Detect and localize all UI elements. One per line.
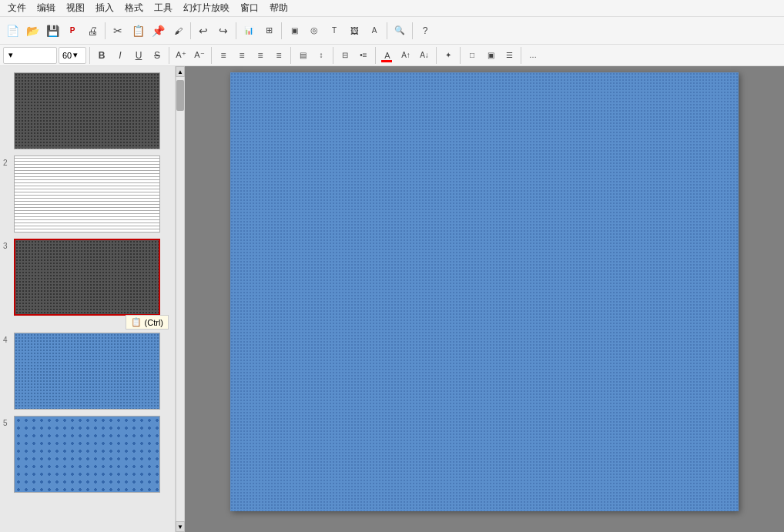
format-bar: ▾ 60 ▾ B I U S A⁺ A⁻ ≡ ≡ ≡ ≡ ▤ ↕ ⊟ •≡ A …: [0, 45, 784, 66]
slide-thumb-wrapper-4: 4: [3, 333, 172, 410]
slide-pattern-3: [15, 240, 159, 314]
sep-fmt9: [521, 47, 521, 64]
slide-thumb-wrapper-5: 5: [3, 416, 172, 493]
decrease-font-btn[interactable]: A↓: [416, 47, 433, 64]
menu-item-view[interactable]: 视图: [62, 0, 89, 16]
slide-number-3: 3: [3, 239, 11, 250]
sep1: [105, 22, 106, 39]
shape-textbox-btn[interactable]: ▣: [285, 21, 303, 41]
scroll-down-btn[interactable]: ▼: [176, 521, 185, 532]
italic-btn[interactable]: I: [112, 47, 129, 64]
slide-canvas[interactable]: [230, 72, 739, 511]
slide-number-5: 5: [3, 416, 11, 427]
menu-item-slideshow[interactable]: 幻灯片放映: [179, 0, 234, 16]
print-preview-btn[interactable]: 🖨: [83, 21, 102, 41]
slide-number-1: [3, 72, 11, 75]
font-name-arrow: ▾: [8, 50, 13, 60]
font-size-arrow: ▾: [73, 50, 78, 60]
list-btn[interactable]: ⊟: [337, 47, 353, 64]
line-color-btn[interactable]: ☰: [501, 47, 518, 64]
justify-btn[interactable]: ≡: [270, 47, 287, 64]
scroll-track: [176, 77, 184, 521]
fill-color-btn[interactable]: ▣: [482, 47, 499, 64]
undo-btn[interactable]: ↩: [194, 21, 213, 41]
increase-font-btn[interactable]: A↑: [397, 47, 414, 64]
ctrl-tooltip-icon: 📋: [131, 317, 142, 327]
redo-btn[interactable]: ↪: [214, 21, 233, 41]
open-btn[interactable]: 📂: [23, 21, 42, 41]
format-painter-btn[interactable]: 🖌: [169, 21, 187, 41]
menu-item-window[interactable]: 窗口: [236, 0, 263, 16]
image-btn[interactable]: 🖼: [345, 21, 364, 41]
menu-bar: 文件 编辑 视图 插入 格式 工具 幻灯片放映 窗口 帮助: [0, 0, 784, 17]
wordart-btn[interactable]: A: [365, 21, 384, 41]
sep6: [412, 22, 413, 39]
font-name-dropdown[interactable]: ▾: [3, 47, 57, 64]
sep-fmt8: [460, 47, 461, 64]
slide-thumb-4[interactable]: [14, 333, 160, 410]
font-size-dropdown[interactable]: 60 ▾: [59, 47, 86, 64]
font-shrink-btn[interactable]: A⁻: [191, 47, 208, 64]
ctrl-tooltip: 📋 (Ctrl): [126, 315, 169, 330]
columns-btn[interactable]: ▤: [294, 47, 311, 64]
textbox-btn[interactable]: T: [325, 21, 343, 41]
help-btn[interactable]: ?: [416, 21, 434, 41]
scroll-up-btn[interactable]: ▲: [176, 66, 185, 77]
panel-scrollbar[interactable]: ▲ ▼: [176, 66, 185, 532]
slide-thumb-1[interactable]: [14, 72, 160, 149]
font-size-value: 60: [62, 51, 72, 60]
cut-btn[interactable]: ✂: [109, 21, 127, 41]
zoom-btn[interactable]: 🔍: [390, 21, 409, 41]
sep-fmt1: [89, 47, 90, 64]
menu-item-insert[interactable]: 插入: [91, 0, 119, 16]
ctrl-tooltip-label: (Ctrl): [145, 318, 163, 327]
copy-btn[interactable]: 📋: [129, 21, 147, 41]
bullet-btn[interactable]: •≡: [355, 47, 372, 64]
slide-thumb-wrapper-3: 3 📋 (Ctrl): [3, 239, 172, 316]
line-spacing-btn[interactable]: ↕: [313, 47, 330, 64]
text-direction-btn[interactable]: ✦: [440, 47, 457, 64]
slide-number-4: 4: [3, 333, 11, 344]
align-right-btn[interactable]: ≡: [252, 47, 269, 64]
toolbar: 📄 📂 💾 P 🖨 ✂ 📋 📌 🖌 ↩ ↪ 📊 ⊞ ▣ ◎ T 🖼 A 🔍 ?: [0, 17, 784, 45]
menu-item-file[interactable]: 文件: [3, 0, 31, 16]
align-center-btn[interactable]: ≡: [233, 47, 250, 64]
sep-fmt7: [436, 47, 437, 64]
sep2: [190, 22, 191, 39]
slide-thumb-wrapper-2: 2: [3, 156, 172, 233]
main-area: 2 3 📋 (Ctrl) 4: [0, 66, 784, 532]
strikethrough-btn[interactable]: S: [149, 47, 166, 64]
menu-item-tools[interactable]: 工具: [149, 0, 177, 16]
slide-pattern-5: [15, 417, 159, 492]
slide-thumb-5[interactable]: [14, 416, 160, 493]
menu-item-format[interactable]: 格式: [120, 0, 148, 16]
slide-thumb-3[interactable]: [14, 239, 160, 316]
draw-border-btn[interactable]: □: [464, 47, 481, 64]
sep5: [387, 22, 387, 39]
more-format-btn[interactable]: …: [524, 47, 541, 64]
sep-fmt4: [290, 47, 291, 64]
menu-item-help[interactable]: 帮助: [265, 0, 293, 16]
menu-item-edit[interactable]: 编辑: [32, 0, 60, 16]
font-grow-btn[interactable]: A⁺: [173, 47, 189, 64]
sep3: [236, 22, 236, 39]
underline-btn[interactable]: U: [130, 47, 147, 64]
slide-number-2: 2: [3, 156, 11, 167]
new-btn[interactable]: 📄: [3, 21, 22, 41]
canvas-area: [185, 66, 784, 532]
sep-fmt2: [169, 47, 169, 64]
paste-btn[interactable]: 📌: [149, 21, 167, 41]
sep4: [281, 22, 282, 39]
font-color-btn[interactable]: A: [379, 47, 396, 64]
chart-btn[interactable]: 📊: [240, 21, 258, 41]
sep-fmt5: [333, 47, 333, 64]
sep-fmt6: [375, 47, 376, 64]
save-btn[interactable]: 💾: [43, 21, 62, 41]
ppt-icon: P: [63, 21, 82, 41]
align-left-btn[interactable]: ≡: [215, 47, 232, 64]
bold-btn[interactable]: B: [93, 47, 110, 64]
scroll-thumb[interactable]: [176, 80, 184, 111]
shape-btn[interactable]: ◎: [305, 21, 323, 41]
slide-thumb-2[interactable]: [14, 156, 160, 233]
table-btn[interactable]: ⊞: [260, 21, 278, 41]
